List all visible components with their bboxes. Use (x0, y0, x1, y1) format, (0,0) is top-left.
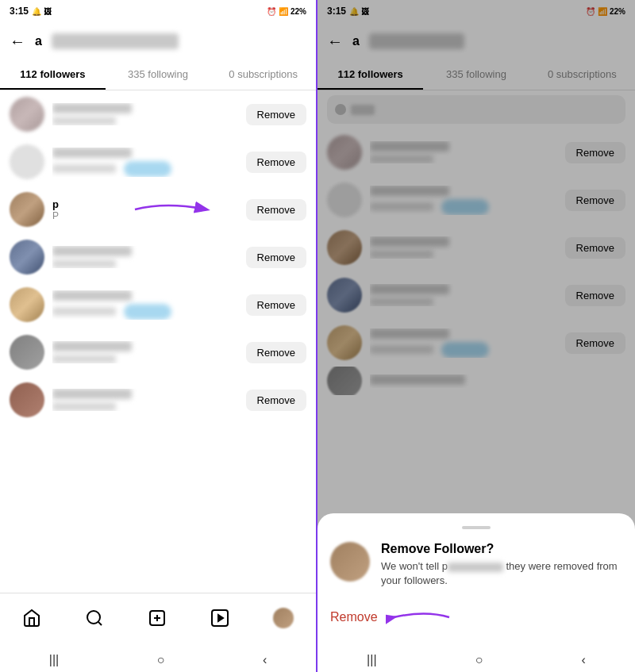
svg-marker-6 (218, 615, 223, 621)
user-info (52, 103, 238, 125)
remove-button[interactable]: Remove (246, 152, 306, 173)
remove-button[interactable]: Remove (246, 294, 306, 316)
user-info (52, 341, 238, 363)
sheet-description: We won't tell p they were removed from y… (381, 559, 622, 588)
avatar (10, 192, 44, 227)
sheet-actions: Remove (330, 597, 622, 631)
user-name: p (52, 198, 238, 210)
avatar (10, 97, 44, 132)
user-handle-blur (52, 355, 116, 363)
username-blur-sheet (448, 563, 503, 572)
sheet-title: Remove Follower? (381, 542, 622, 556)
status-time-left: 3:15 🔔 🖼 (10, 6, 52, 17)
tab-followers-left[interactable]: 112 followers (0, 60, 106, 90)
user-name-blur (52, 341, 132, 351)
followers-list-left: Remove Remove p P (0, 90, 316, 593)
user-handle-blur (52, 307, 116, 316)
tab-subscriptions-left[interactable]: 0 subscriptions (210, 60, 316, 90)
remove-button[interactable]: Remove (246, 390, 306, 411)
sys-menu-btn[interactable]: ||| (49, 653, 59, 667)
notification-icons-left: 🔔 🖼 (32, 7, 52, 16)
user-info (52, 148, 238, 177)
nav-profile[interactable] (273, 608, 294, 628)
follow-badge (124, 304, 171, 320)
right-phone-panel: 3:15 🔔 🖼 ⏰ 📶 22% ← a 112 followers 335 f… (318, 0, 635, 672)
nav-add[interactable] (148, 609, 167, 628)
system-nav-left: ||| ○ ‹ (0, 648, 316, 672)
sys-back-btn[interactable]: ‹ (263, 653, 267, 667)
remove-button[interactable]: Remove (246, 342, 306, 363)
user-info (52, 290, 238, 320)
user-name-blur (52, 389, 132, 399)
avatar (10, 240, 44, 275)
user-handle-blur (52, 259, 116, 268)
tab-following-left[interactable]: 335 following (106, 60, 211, 90)
header-left: ← a (0, 22, 316, 60)
follower-row: Remove (0, 281, 316, 328)
nav-home[interactable] (22, 609, 41, 628)
sheet-content: Remove Follower? We won't tell p they we… (330, 542, 622, 588)
user-name-blur (52, 290, 132, 301)
user-info (52, 389, 238, 411)
sheet-avatar (330, 542, 370, 582)
user-name-blur (52, 103, 132, 113)
username-blur-left (52, 33, 179, 49)
remove-button-highlighted[interactable]: Remove (246, 199, 306, 221)
avatar (10, 144, 44, 179)
follower-row: Remove (0, 233, 316, 281)
user-handle-blur (52, 117, 116, 125)
avatar (10, 335, 44, 370)
follow-badge (124, 161, 171, 177)
tabs-left: 112 followers 335 following 0 subscripti… (0, 60, 316, 90)
sys-menu-btn-right[interactable]: ||| (367, 653, 376, 667)
avatar (10, 287, 44, 322)
status-bar-left: 3:15 🔔 🖼 ⏰ 📶 22% (0, 0, 316, 22)
sheet-arrow-svg (386, 606, 457, 628)
sys-home-btn[interactable]: ○ (157, 653, 165, 667)
user-info (52, 246, 238, 268)
sheet-arrow-annotation (386, 606, 457, 628)
follower-row: Remove (0, 138, 316, 186)
user-name-blur (52, 148, 132, 158)
status-icons-left: ⏰ 📶 22% (267, 7, 306, 16)
sys-home-btn-right[interactable]: ○ (475, 653, 483, 667)
user-info: p P (52, 198, 238, 221)
follower-row-highlighted: p P Remove (0, 186, 316, 233)
user-name-blur (52, 246, 132, 256)
user-handle: P (52, 210, 238, 221)
nav-reels[interactable] (210, 609, 229, 628)
remove-button[interactable]: Remove (246, 247, 306, 268)
remove-button[interactable]: Remove (246, 104, 306, 125)
username-letter-left: a (35, 34, 42, 48)
back-button-left[interactable]: ← (10, 33, 25, 51)
left-phone-panel: 3:15 🔔 🖼 ⏰ 📶 22% ← a 112 followers 335 f… (0, 0, 318, 672)
bottom-nav-left (0, 593, 316, 648)
svg-line-1 (98, 621, 101, 624)
nav-search[interactable] (85, 609, 104, 628)
follower-row: Remove (0, 328, 316, 376)
avatar (10, 382, 44, 417)
sheet-remove-button[interactable]: Remove (330, 604, 378, 631)
user-handle-blur (52, 164, 116, 173)
svg-point-0 (87, 611, 100, 624)
sheet-text: Remove Follower? We won't tell p they we… (381, 542, 622, 588)
sheet-handle (462, 526, 491, 529)
user-handle-blur (52, 402, 116, 411)
follower-row: Remove (0, 90, 316, 138)
follower-row: Remove (0, 376, 316, 424)
system-nav-right: ||| ○ ‹ (318, 648, 635, 672)
sys-back-btn-right[interactable]: ‹ (582, 653, 586, 667)
